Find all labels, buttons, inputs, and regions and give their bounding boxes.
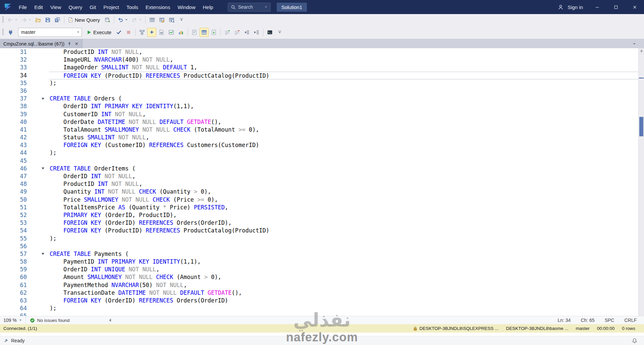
eol-indicator[interactable]: CRLF bbox=[624, 318, 637, 323]
health-indicator[interactable]: No issues found bbox=[26, 318, 74, 323]
undo-button[interactable] bbox=[116, 15, 129, 24]
code-editor[interactable]: 31 ProductID INT NOT NULL,32 ImageURL NV… bbox=[0, 48, 644, 316]
zoom-chevron-down-icon[interactable] bbox=[19, 319, 22, 322]
code-line-content[interactable]: Status SMALLINT NOT NULL, bbox=[49, 134, 638, 141]
cancel-query-button[interactable] bbox=[124, 28, 133, 37]
code-line-content[interactable] bbox=[49, 243, 638, 250]
code-line-content[interactable]: FOREIGN KEY (ProductID) REFERENCES Produ… bbox=[49, 72, 638, 79]
minimize-button[interactable] bbox=[588, 0, 606, 14]
table-designer-button[interactable] bbox=[148, 15, 157, 24]
menu-project[interactable]: Project bbox=[100, 0, 123, 14]
menu-help[interactable]: Help bbox=[199, 0, 217, 14]
code-line-content[interactable]: FOREIGN KEY (ProductID) REFERENCES Produ… bbox=[49, 227, 638, 234]
intellisense-button[interactable] bbox=[147, 28, 156, 37]
redo-button[interactable] bbox=[130, 15, 143, 24]
pin-icon[interactable] bbox=[67, 42, 72, 46]
column-indicator[interactable]: Ch: 65 bbox=[581, 318, 594, 323]
code-line-content[interactable]: ); bbox=[49, 235, 638, 243]
code-line-content[interactable]: FOREIGN KEY (CustomerID) REFERENCES Cust… bbox=[49, 141, 638, 149]
code-line-content[interactable]: Amount SMALLMONEY NOT NULL CHECK (Amount… bbox=[49, 273, 638, 281]
zoom-control[interactable]: 109 % bbox=[0, 316, 26, 324]
code-line-content[interactable]: ImageURL NVARCHAR(400) NOT NULL, bbox=[49, 56, 638, 64]
indent-button[interactable] bbox=[252, 28, 261, 37]
nav-back-button-chevron-down-icon[interactable] bbox=[14, 18, 18, 21]
menu-view[interactable]: View bbox=[47, 0, 65, 14]
code-line-content[interactable]: TotalAmount SMALLMONEY NOT NULL CHECK (T… bbox=[49, 126, 638, 134]
code-line-content[interactable]: ProductID INT NOT NULL, bbox=[49, 48, 638, 56]
tab-close-icon[interactable] bbox=[74, 42, 79, 46]
code-line-content[interactable]: ); bbox=[49, 304, 638, 312]
close-button[interactable] bbox=[625, 0, 644, 14]
code-line-content[interactable] bbox=[49, 157, 638, 165]
change-connection-button[interactable] bbox=[6, 28, 15, 37]
save-button[interactable] bbox=[43, 15, 52, 24]
results-to-grid-button[interactable] bbox=[200, 28, 209, 37]
fold-collapse-icon[interactable] bbox=[42, 98, 44, 100]
menu-file[interactable]: File bbox=[15, 0, 31, 14]
code-line-content[interactable]: OrderID INT NOT NULL, bbox=[49, 172, 638, 180]
menu-git[interactable]: Git bbox=[86, 0, 100, 14]
code-line-content[interactable]: OrderID INT UNIQUE NOT NULL, bbox=[49, 266, 638, 273]
toolbar-overflow-button[interactable] bbox=[275, 28, 284, 37]
uncomment-button[interactable] bbox=[232, 28, 241, 37]
code-line-content[interactable]: CREATE TABLE Orders ( bbox=[49, 95, 638, 102]
execute-button[interactable]: Execute bbox=[85, 28, 114, 37]
code-line-content[interactable] bbox=[49, 87, 638, 95]
code-line-content[interactable]: CREATE TABLE Payments ( bbox=[49, 250, 638, 258]
open-file-button[interactable] bbox=[34, 15, 43, 24]
splitter-button[interactable] bbox=[639, 48, 644, 54]
line-indicator[interactable]: Ln: 34 bbox=[557, 318, 571, 323]
space-mode-indicator[interactable]: SPC bbox=[605, 318, 614, 323]
document-tab[interactable]: CmpuZone.sql...\basme (67)) bbox=[0, 39, 83, 48]
save-all-button[interactable] bbox=[53, 15, 62, 24]
menu-edit[interactable]: Edit bbox=[31, 0, 47, 14]
code-line-content[interactable]: ); bbox=[49, 149, 638, 157]
database-combobox[interactable]: master bbox=[18, 28, 82, 37]
live-query-stats-button[interactable] bbox=[167, 28, 176, 37]
code-line-content[interactable]: Quantity INT NOT NULL CHECK (Quantity > … bbox=[49, 188, 638, 196]
view-table-button[interactable] bbox=[167, 15, 176, 24]
combo-chevron-down-icon[interactable] bbox=[74, 28, 82, 37]
vertical-scrollbar[interactable] bbox=[638, 48, 644, 316]
outdent-button[interactable] bbox=[242, 28, 251, 37]
code-line-content[interactable]: OrderID INT PRIMARY KEY IDENTITY(1,1), bbox=[49, 102, 638, 110]
sign-in-button[interactable]: Sign in bbox=[568, 4, 583, 10]
fold-collapse-icon[interactable] bbox=[42, 167, 44, 169]
code-line-content[interactable]: PaymentMethod NVARCHAR(50) NOT NULL, bbox=[49, 281, 638, 289]
nav-forward-button[interactable] bbox=[20, 15, 33, 24]
code-line-content[interactable]: TransactionDate DATETIME NOT NULL DEFAUL… bbox=[49, 289, 638, 297]
horizontal-scrollbar[interactable] bbox=[111, 316, 558, 324]
code-line-content[interactable]: ImageOrder SMALLINT NOT NULL DEFAULT 1, bbox=[49, 64, 638, 71]
code-line-content[interactable]: ); bbox=[49, 79, 638, 87]
nav-forward-button-chevron-down-icon[interactable] bbox=[28, 18, 32, 21]
new-query-button[interactable]: New Query bbox=[66, 15, 102, 24]
comment-button[interactable] bbox=[223, 28, 232, 37]
code-line-content[interactable]: CustomerID INT NOT NULL, bbox=[49, 111, 638, 118]
code-line-content[interactable]: OrderDate DATETIME NOT NULL DEFAULT GETD… bbox=[49, 118, 638, 126]
toolbar-overflow-button[interactable] bbox=[177, 15, 186, 24]
edit-table-button[interactable] bbox=[157, 15, 166, 24]
code-line-content[interactable]: FOREIGN KEY (OrderID) REFERENCES Orders(… bbox=[49, 219, 638, 227]
menu-window[interactable]: Window bbox=[174, 0, 199, 14]
sqlcmd-mode-button[interactable] bbox=[265, 28, 274, 37]
parse-button[interactable] bbox=[114, 28, 123, 37]
scrollbar-thumb[interactable] bbox=[639, 117, 643, 136]
undo-button-chevron-down-icon[interactable] bbox=[125, 18, 128, 21]
menu-extensions[interactable]: Extensions bbox=[142, 0, 174, 14]
client-stats-button[interactable] bbox=[176, 28, 185, 37]
redo-button-chevron-down-icon[interactable] bbox=[139, 18, 142, 21]
search-input[interactable]: Search bbox=[228, 3, 271, 12]
results-to-file-button[interactable] bbox=[209, 28, 218, 37]
query-options-button[interactable] bbox=[157, 28, 166, 37]
code-line-content[interactable]: CREATE TABLE OrderItems ( bbox=[49, 165, 638, 172]
menu-query[interactable]: Query bbox=[65, 0, 86, 14]
code-line-content[interactable] bbox=[49, 312, 638, 316]
code-line-content[interactable]: ProductID INT NOT NULL, bbox=[49, 180, 638, 188]
maximize-button[interactable] bbox=[606, 0, 625, 14]
code-line-content[interactable]: PRIMARY KEY (OrderID, ProductID), bbox=[49, 211, 638, 219]
tab-list-chevron-down-icon[interactable] bbox=[633, 42, 636, 46]
feedback-icon[interactable] bbox=[558, 4, 564, 10]
fold-collapse-icon[interactable] bbox=[42, 253, 44, 255]
search-dropdown-icon[interactable] bbox=[264, 5, 268, 9]
code-line-content[interactable]: TotalItemsPrice AS (Quantity * Price) PE… bbox=[49, 204, 638, 211]
